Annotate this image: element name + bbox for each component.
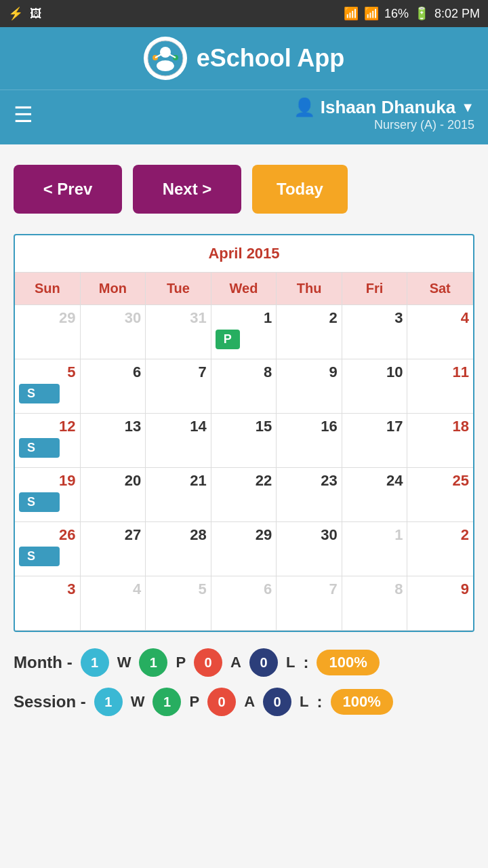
cal-cell-may2[interactable]: 2: [407, 522, 473, 576]
cal-cell-apr24[interactable]: 24: [342, 468, 408, 522]
cal-cell-may9[interactable]: 9: [407, 576, 473, 631]
image-icon: 🖼: [30, 7, 42, 21]
cal-cell-apr20[interactable]: 20: [81, 468, 146, 522]
cal-cell-apr26[interactable]: 26 S: [15, 522, 81, 576]
today-button[interactable]: Today: [252, 165, 348, 214]
user-avatar-icon: 👤: [293, 97, 315, 118]
cal-cell-mar30[interactable]: 30: [81, 305, 146, 359]
calendar-grid: Sun Mon Tue Wed Thu Fri Sat 29 30 31 1 P…: [15, 273, 473, 631]
badge-s-apr19: S: [19, 492, 60, 512]
status-bar: ⚡ 🖼 📶 📶 16% 🔋 8:02 PM: [0, 0, 488, 27]
cal-header-fri: Fri: [342, 273, 408, 305]
cal-cell-may3[interactable]: 3: [15, 576, 81, 631]
cal-cell-apr10[interactable]: 10: [342, 359, 408, 414]
logo-svg: [147, 40, 184, 77]
cal-cell-apr3[interactable]: 3: [342, 305, 408, 359]
stats-section: Month - 1 W 1 P 0 A 0 L : 100% Session -: [14, 648, 474, 716]
cal-cell-may1[interactable]: 1: [342, 522, 408, 576]
month-w-label: W: [117, 654, 131, 671]
session-stats-row: Session - 1 W 1 P 0 A 0 L : 100%: [14, 688, 474, 716]
cal-header-sat: Sat: [407, 273, 473, 305]
badge-s-apr26: S: [19, 547, 60, 566]
cal-cell-apr8[interactable]: 8: [211, 359, 277, 414]
cal-cell-may6[interactable]: 6: [211, 576, 277, 631]
cal-cell-apr21[interactable]: 21: [146, 468, 211, 522]
session-colon: :: [317, 692, 323, 711]
month-stats-row: Month - 1 W 1 P 0 A 0 L : 100%: [14, 648, 474, 677]
cal-cell-apr30[interactable]: 30: [277, 522, 342, 576]
user-header: ☰ 👤 Ishaan Dhanuka ▼ Nursery (A) - 2015: [0, 90, 488, 144]
cal-cell-apr15[interactable]: 15: [211, 414, 277, 468]
battery-text: 16%: [384, 7, 409, 21]
cal-cell-apr4[interactable]: 4: [407, 305, 473, 359]
cal-cell-apr7[interactable]: 7: [146, 359, 211, 414]
badge-s-apr5: S: [19, 384, 60, 403]
session-a-label: A: [244, 693, 255, 711]
session-percent: 100%: [331, 689, 393, 715]
month-l-label: L: [286, 654, 295, 671]
cal-cell-mar31[interactable]: 31: [146, 305, 211, 359]
session-p-label: P: [189, 693, 199, 711]
month-percent: 100%: [317, 650, 379, 675]
session-w-label: W: [131, 693, 145, 711]
session-w-badge: 1: [94, 688, 123, 716]
cal-cell-may8[interactable]: 8: [342, 576, 408, 631]
cal-cell-apr11[interactable]: 11: [407, 359, 473, 414]
session-l-badge: 0: [263, 688, 291, 716]
next-button[interactable]: Next >: [133, 165, 241, 214]
cal-cell-apr9[interactable]: 9: [277, 359, 342, 414]
cal-cell-apr6[interactable]: 6: [81, 359, 146, 414]
month-p-label: P: [176, 654, 186, 671]
cal-cell-apr27[interactable]: 27: [81, 522, 146, 576]
cal-cell-apr18[interactable]: 18: [407, 414, 473, 468]
cal-cell-may4[interactable]: 4: [81, 576, 146, 631]
cal-cell-apr12[interactable]: 12 S: [15, 414, 81, 468]
app-header: eSchool App: [0, 27, 488, 90]
month-a-label: A: [230, 654, 241, 671]
cal-cell-apr22[interactable]: 22: [211, 468, 277, 522]
user-info: 👤 Ishaan Dhanuka ▼ Nursery (A) - 2015: [293, 97, 474, 132]
dropdown-arrow-icon[interactable]: ▼: [461, 100, 474, 115]
prev-button[interactable]: < Prev: [14, 165, 122, 214]
cal-cell-apr28[interactable]: 28: [146, 522, 211, 576]
month-a-badge: 0: [194, 648, 222, 677]
cal-cell-may7[interactable]: 7: [277, 576, 342, 631]
calendar-month-header: April 2015: [15, 235, 473, 273]
cal-cell-apr2[interactable]: 2: [277, 305, 342, 359]
cal-header-tue: Tue: [146, 273, 211, 305]
cal-cell-apr16[interactable]: 16: [277, 414, 342, 468]
cal-cell-apr25[interactable]: 25: [407, 468, 473, 522]
nav-buttons: < Prev Next > Today: [14, 165, 474, 214]
cal-cell-apr17[interactable]: 17: [342, 414, 408, 468]
cal-header-wed: Wed: [211, 273, 277, 305]
signal-icon: 📶: [364, 6, 379, 21]
cal-header-mon: Mon: [81, 273, 146, 305]
month-label: Month -: [14, 653, 73, 672]
calendar: April 2015 Sun Mon Tue Wed Thu Fri Sat 2…: [14, 234, 474, 632]
status-right: 📶 📶 16% 🔋 8:02 PM: [344, 6, 480, 21]
cal-cell-apr19[interactable]: 19 S: [15, 468, 81, 522]
month-colon: :: [303, 653, 308, 672]
month-p-badge: 1: [139, 648, 167, 677]
cal-cell-apr1[interactable]: 1 P: [211, 305, 277, 359]
user-subtitle: Nursery (A) - 2015: [293, 118, 474, 132]
svg-point-2: [157, 60, 174, 71]
cal-cell-apr5[interactable]: 5 S: [15, 359, 81, 414]
cal-header-sun: Sun: [15, 273, 81, 305]
clock: 8:02 PM: [434, 7, 480, 21]
menu-icon[interactable]: ☰: [14, 102, 33, 127]
cal-header-thu: Thu: [277, 273, 342, 305]
status-left: ⚡ 🖼: [8, 6, 42, 21]
user-name: 👤 Ishaan Dhanuka ▼: [293, 97, 474, 118]
cal-cell-apr23[interactable]: 23: [277, 468, 342, 522]
cal-cell-mar29[interactable]: 29: [15, 305, 81, 359]
session-a-badge: 0: [207, 688, 236, 716]
session-l-label: L: [300, 693, 308, 711]
cal-cell-apr14[interactable]: 14: [146, 414, 211, 468]
cal-cell-apr29[interactable]: 29: [211, 522, 277, 576]
cal-cell-apr13[interactable]: 13: [81, 414, 146, 468]
usb-icon: ⚡: [8, 6, 23, 21]
app-logo: [144, 37, 187, 80]
cal-cell-may5[interactable]: 5: [146, 576, 211, 631]
month-l-badge: 0: [249, 648, 278, 677]
